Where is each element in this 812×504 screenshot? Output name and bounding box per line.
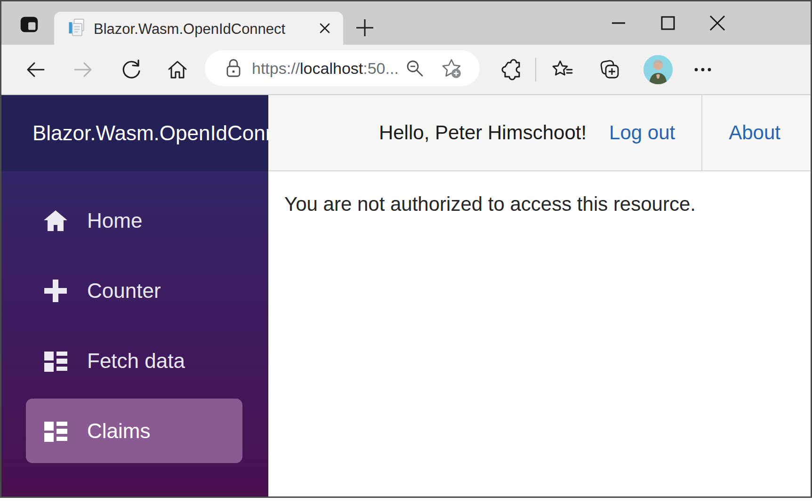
sidebar: Blazor.Wasm.OpenIdConnect Home Counter	[1, 95, 268, 496]
sidebar-item-fetch-data[interactable]: Fetch data	[26, 328, 242, 393]
sidebar-item-label: Fetch data	[87, 349, 185, 373]
maximize-icon[interactable]	[656, 11, 680, 35]
browser-toolbar: https://localhost:50...	[1, 45, 811, 95]
back-icon[interactable]	[24, 58, 47, 81]
browser-window: Blazor.Wasm.OpenIdConnect	[0, 0, 812, 498]
sidebar-item-claims[interactable]: Claims	[26, 399, 242, 463]
favorites-icon[interactable]	[551, 58, 574, 81]
add-favorite-icon[interactable]	[440, 57, 463, 80]
page-content: Blazor.Wasm.OpenIdConnect Home Counter	[1, 95, 811, 496]
main-area: Hello, Peter Himschoot! Log out About Yo…	[268, 95, 811, 496]
tab-strip: Blazor.Wasm.OpenIdConnect	[1, 1, 811, 45]
new-tab-icon[interactable]	[353, 16, 377, 40]
url-text[interactable]: https://localhost:50...	[252, 59, 399, 78]
app-title: Blazor.Wasm.OpenIdConnect	[32, 121, 268, 145]
minimize-icon[interactable]	[606, 11, 631, 35]
home-icon[interactable]	[166, 58, 189, 81]
refresh-icon[interactable]	[119, 58, 142, 81]
tab-close-icon[interactable]	[317, 20, 333, 36]
url-port: :50...	[363, 59, 399, 77]
url-scheme: https://	[252, 59, 300, 77]
profile-avatar[interactable]	[643, 55, 673, 84]
sidebar-item-home[interactable]: Home	[26, 188, 242, 253]
zoom-out-icon[interactable]	[404, 58, 425, 79]
address-bar[interactable]: https://localhost:50...	[205, 50, 480, 86]
house-icon	[43, 208, 68, 233]
browser-tab[interactable]: Blazor.Wasm.OpenIdConnect	[54, 12, 343, 45]
not-authorized-message: You are not authorized to access this re…	[284, 193, 696, 215]
content-area: You are not authorized to access this re…	[268, 171, 811, 216]
top-bar-divider	[701, 95, 702, 170]
sidebar-nav: Home Counter Fetch data	[1, 171, 268, 496]
close-icon[interactable]	[705, 11, 730, 35]
tab-title: Blazor.Wasm.OpenIdConnect	[94, 21, 285, 38]
toolbar-divider	[535, 58, 536, 81]
tab-layout-icon[interactable]	[18, 14, 40, 35]
extensions-icon[interactable]	[500, 58, 523, 81]
url-host: localhost	[300, 59, 363, 77]
list-rich-icon	[43, 348, 68, 374]
list-rich-icon	[43, 418, 68, 444]
lock-icon[interactable]	[223, 57, 244, 79]
sidebar-item-counter[interactable]: Counter	[26, 258, 242, 323]
more-icon[interactable]	[691, 58, 714, 81]
sidebar-item-label: Counter	[87, 279, 161, 303]
logout-link[interactable]: Log out	[609, 121, 675, 144]
plus-icon	[43, 278, 68, 304]
forward-icon[interactable]	[72, 58, 95, 81]
collections-icon[interactable]	[598, 58, 621, 81]
about-link[interactable]: About	[729, 121, 780, 144]
sidebar-item-label: Home	[87, 209, 142, 232]
user-greeting: Hello, Peter Himschoot!	[379, 121, 587, 144]
sidebar-header: Blazor.Wasm.OpenIdConnect	[1, 95, 268, 171]
top-bar: Hello, Peter Himschoot! Log out About	[268, 95, 811, 171]
favicon-icon	[66, 18, 87, 39]
sidebar-item-label: Claims	[87, 419, 150, 443]
